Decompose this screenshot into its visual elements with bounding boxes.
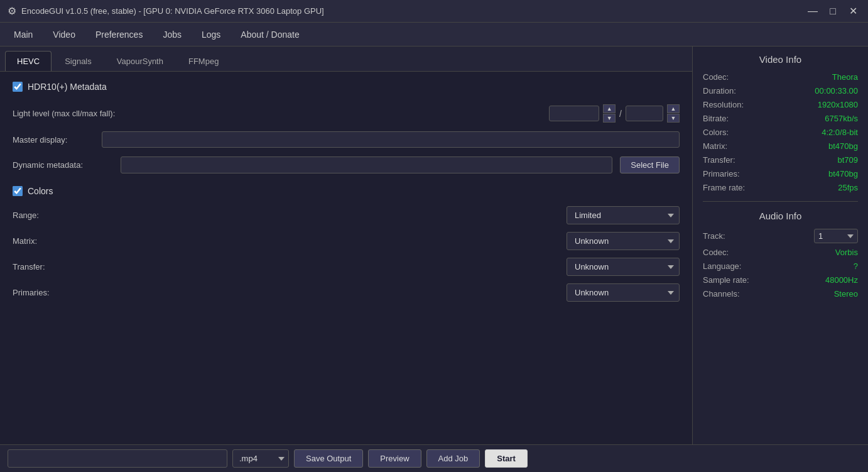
spinner-down-2[interactable]: ▼ [667, 114, 680, 123]
audio-language-row: Language: ? [703, 261, 858, 271]
video-duration-row: Duration: 00:00:33.00 [703, 86, 858, 96]
save-output-button[interactable]: Save Output [294, 449, 363, 468]
video-colors-val: 4:2:0/8-bit [822, 128, 858, 137]
video-primaries-key: Primaries: [703, 169, 740, 178]
range-label: Range: [13, 211, 75, 220]
spinner-group-1: ▲ ▼ [603, 104, 616, 123]
colors-checkbox[interactable] [13, 186, 23, 196]
video-primaries-val: bt470bg [828, 169, 858, 178]
audio-samplerate-row: Sample rate: 48000Hz [703, 275, 858, 285]
master-display-row: Master display: G(13250,34500)B(7500,300… [13, 131, 680, 148]
audio-samplerate-key: Sample rate: [703, 275, 749, 285]
transfer-row: Transfer: Unknown bt709 bt470bg smpte170… [13, 258, 680, 276]
sub-tabs: HEVC Signals VapourSynth FFMpeg [0, 47, 692, 72]
video-framerate-val: 25fps [838, 183, 858, 192]
spinner-down-1[interactable]: ▼ [603, 114, 616, 123]
light-level-input-group: 1000 ▲ ▼ / 1 ▲ ▼ [549, 104, 680, 123]
preview-button[interactable]: Preview [368, 449, 421, 468]
menu-item-jobs[interactable]: Jobs [154, 26, 190, 43]
audio-samplerate-val: 48000Hz [825, 275, 858, 285]
audio-codec-row: Codec: Vorbis [703, 248, 858, 257]
video-bitrate-val: 6757kb/s [825, 114, 858, 123]
menu-item-about[interactable]: About / Donate [232, 26, 308, 43]
maximize-button[interactable]: □ [825, 4, 840, 19]
menu-item-logs[interactable]: Logs [193, 26, 229, 43]
select-file-button[interactable]: Select File [620, 156, 680, 173]
hdr-header: HDR10(+) Metadata [13, 82, 680, 92]
audio-track-row: Track: 1 2 3 [703, 229, 858, 243]
tab-hevc[interactable]: HEVC [5, 51, 52, 71]
hdr-checkbox[interactable] [13, 82, 23, 92]
video-resolution-key: Resolution: [703, 100, 744, 109]
video-colors-key: Colors: [703, 128, 729, 137]
close-button[interactable]: ✕ [845, 4, 860, 19]
video-framerate-row: Frame rate: 25fps [703, 183, 858, 192]
dynamic-metadata-label: Dynamic metadata: [13, 160, 113, 170]
primaries-select[interactable]: Unknown bt709 bt470bg smpte170m [567, 283, 680, 302]
tab-ffmpeg[interactable]: FFMpeg [176, 51, 231, 71]
menu-bar: Main Video Preferences Jobs Logs About /… [0, 23, 868, 47]
colors-header: Colors [13, 186, 680, 196]
title-bar: ⚙ EncodeGUI v1.0.5 (free, stable) - [GPU… [0, 0, 868, 23]
light-level-value2[interactable]: 1 [626, 106, 663, 121]
video-transfer-row: Transfer: bt709 [703, 155, 858, 165]
app-icon: ⚙ [8, 5, 16, 17]
title-bar-left: ⚙ EncodeGUI v1.0.5 (free, stable) - [GPU… [8, 5, 324, 17]
panel-divider [703, 201, 858, 202]
audio-track-select[interactable]: 1 2 3 [814, 229, 858, 243]
video-matrix-val: bt470bg [828, 141, 858, 151]
content-area: HDR10(+) Metadata Light level (max cll/m… [0, 72, 692, 444]
spinner-group-2: ▲ ▼ [667, 104, 680, 123]
audio-codec-val: Vorbis [835, 248, 858, 257]
dynamic-metadata-input[interactable] [121, 156, 612, 173]
spinner-up-2[interactable]: ▲ [667, 104, 680, 113]
range-row: Range: Limited Full Unknown [13, 206, 680, 224]
format-select[interactable]: .mp4 .mkv .mov .avi [232, 449, 289, 468]
transfer-label: Transfer: [13, 262, 75, 272]
video-transfer-key: Transfer: [703, 155, 735, 165]
range-select[interactable]: Limited Full Unknown [567, 206, 680, 224]
video-duration-key: Duration: [703, 86, 736, 96]
matrix-select[interactable]: Unknown bt709 bt470bg smpte170m [567, 232, 680, 250]
left-content: HEVC Signals VapourSynth FFMpeg HDR10(+)… [0, 47, 692, 444]
video-info-title: Video Info [703, 54, 858, 65]
transfer-select[interactable]: Unknown bt709 bt470bg smpte170m [567, 258, 680, 276]
light-level-value1[interactable]: 1000 [549, 106, 599, 121]
video-resolution-row: Resolution: 1920x1080 [703, 100, 858, 109]
master-display-label: Master display: [13, 135, 94, 145]
minimize-button[interactable]: — [805, 4, 820, 19]
menu-item-video[interactable]: Video [44, 26, 84, 43]
master-display-input[interactable]: G(13250,34500)B(7500,3000)R(34000,16000)… [102, 131, 680, 148]
video-framerate-key: Frame rate: [703, 183, 745, 192]
tab-vapoursynth[interactable]: VapourSynth [105, 51, 175, 71]
audio-channels-row: Channels: Stereo [703, 289, 858, 299]
bottom-bar: .mp4 .mkv .mov .avi Save Output Preview … [0, 444, 868, 472]
video-codec-val: Theora [832, 72, 858, 82]
audio-language-key: Language: [703, 261, 741, 271]
menu-item-preferences[interactable]: Preferences [87, 26, 151, 43]
video-codec-key: Codec: [703, 72, 729, 82]
video-matrix-row: Matrix: bt470bg [703, 141, 858, 151]
audio-language-val: ? [854, 261, 858, 271]
start-button[interactable]: Start [485, 449, 528, 468]
hdr-label: HDR10(+) Metadata [28, 82, 107, 92]
add-job-button[interactable]: Add Job [426, 449, 480, 468]
menu-item-main[interactable]: Main [5, 26, 41, 43]
window-title: EncodeGUI v1.0.5 (free, stable) - [GPU 0… [21, 6, 324, 16]
tab-signals[interactable]: Signals [53, 51, 104, 71]
output-path-input[interactable] [8, 449, 227, 468]
separator: / [619, 109, 622, 119]
audio-channels-key: Channels: [703, 289, 740, 299]
title-bar-controls: — □ ✕ [805, 4, 860, 19]
primaries-label: Primaries: [13, 288, 75, 297]
video-colors-row: Colors: 4:2:0/8-bit [703, 128, 858, 137]
matrix-row: Matrix: Unknown bt709 bt470bg smpte170m [13, 232, 680, 250]
video-codec-row: Codec: Theora [703, 72, 858, 82]
spinner-up-1[interactable]: ▲ [603, 104, 616, 113]
audio-track-key: Track: [703, 231, 725, 241]
audio-codec-key: Codec: [703, 248, 729, 257]
audio-info-title: Audio Info [703, 211, 858, 221]
right-panel: Video Info Codec: Theora Duration: 00:00… [692, 47, 868, 444]
dynamic-metadata-row: Dynamic metadata: Select File [13, 156, 680, 173]
primaries-row: Primaries: Unknown bt709 bt470bg smpte17… [13, 283, 680, 302]
